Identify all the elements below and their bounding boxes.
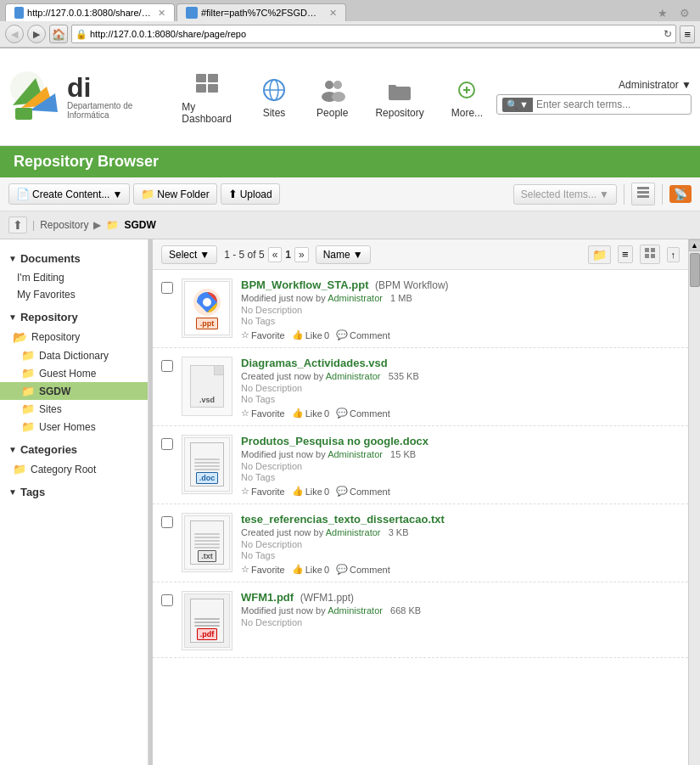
file-4-thumb: .txt bbox=[182, 513, 232, 572]
back-button[interactable]: ◀ bbox=[5, 25, 24, 43]
sidebar-item-guest-home[interactable]: 📁 Guest Home bbox=[0, 364, 148, 382]
file-2-name[interactable]: Diagramas_Actividades.vsd bbox=[241, 357, 388, 369]
vertical-scrollbar[interactable]: ▲ ▼ bbox=[688, 239, 700, 765]
select-btn[interactable]: Select ▼ bbox=[161, 245, 217, 264]
browser-menu[interactable]: ≡ bbox=[680, 25, 695, 43]
nav-sites[interactable]: Sites bbox=[245, 68, 303, 126]
file-list: .ppt BPM_Workflow_STA.ppt (BPM Workflow)… bbox=[153, 270, 688, 658]
file-1-like-btn[interactable]: 👍 Like 0 bbox=[292, 329, 329, 340]
file-3-like-btn[interactable]: 👍 Like 0 bbox=[292, 486, 329, 497]
sidebar-repo-chevron: ▼ bbox=[8, 312, 17, 322]
file-2-ext: .vsd bbox=[199, 396, 215, 404]
file-5-meta: Modified just now by Administrator 668 K… bbox=[241, 605, 680, 616]
file-4-author[interactable]: Administrator bbox=[326, 527, 381, 537]
browser-toolbar: ◀ ▶ 🏠 🔒 ↻ ≡ bbox=[0, 21, 700, 48]
file-5-desc: No Description bbox=[241, 617, 680, 627]
address-input[interactable] bbox=[90, 29, 664, 39]
view-folder-btn[interactable]: 📁 bbox=[588, 245, 611, 264]
sidebar-item-user-homes[interactable]: 📁 User Homes bbox=[0, 418, 148, 436]
file-3-comment-btn[interactable]: 💬 Comment bbox=[336, 486, 390, 497]
file-3-like-icon: 👍 bbox=[292, 486, 304, 497]
tab-1-icon bbox=[14, 7, 24, 19]
sidebar-item-data-dict[interactable]: 📁 Data Dictionary bbox=[0, 346, 148, 364]
sidebar-categories-header[interactable]: ▼ Categories bbox=[0, 439, 148, 460]
breadcrumb-up-btn[interactable]: ⬆ bbox=[8, 217, 27, 233]
new-folder-label: New Folder bbox=[157, 188, 209, 200]
upload-btn[interactable]: ⬆ Upload bbox=[221, 183, 280, 205]
sidebar-documents-header[interactable]: ▼ Documents bbox=[0, 248, 148, 269]
file-4-comment-btn[interactable]: 💬 Comment bbox=[336, 564, 390, 575]
prev-page-btn[interactable]: « bbox=[268, 247, 283, 262]
reload-button[interactable]: ↻ bbox=[664, 28, 672, 40]
sort-btn[interactable]: Name ▼ bbox=[316, 245, 371, 264]
file-3-name[interactable]: Produtos_Pesquisa no google.docx bbox=[241, 435, 428, 447]
admin-menu[interactable]: Administrator ▼ bbox=[619, 79, 692, 91]
scroll-up-btn[interactable]: ▲ bbox=[689, 239, 701, 251]
sidebar-item-repo-root[interactable]: 📂 Repository bbox=[0, 328, 148, 346]
tab-1-close[interactable]: ✕ bbox=[158, 8, 165, 19]
tab-2[interactable]: #filter=path%7C%2FSGDW... ✕ bbox=[176, 3, 346, 21]
file-3-checkbox[interactable] bbox=[161, 438, 173, 450]
file-4-favorite-btn[interactable]: ☆ Favorite bbox=[241, 564, 285, 575]
file-2-like-count: 0 bbox=[324, 408, 329, 419]
home-button[interactable]: 🏠 bbox=[49, 25, 68, 43]
tab-2-close[interactable]: ✕ bbox=[329, 8, 337, 19]
file-2-comment-btn[interactable]: 💬 Comment bbox=[336, 408, 390, 419]
browser-settings[interactable]: ⚙ bbox=[675, 5, 695, 21]
file-3-favorite-btn[interactable]: ☆ Favorite bbox=[241, 486, 285, 497]
file-1-favorite-btn[interactable]: ☆ Favorite bbox=[241, 329, 285, 340]
sidebar-cat-chevron: ▼ bbox=[8, 445, 17, 454]
file-4-checkbox[interactable] bbox=[161, 516, 173, 528]
file-1-author[interactable]: Administrator bbox=[328, 293, 383, 303]
view-table-btn[interactable] bbox=[640, 245, 660, 264]
file-1-comment-btn[interactable]: 💬 Comment bbox=[336, 329, 390, 340]
scroll-thumb[interactable] bbox=[690, 253, 700, 287]
nav-more[interactable]: More... bbox=[438, 68, 496, 126]
file-4-like-label: Like bbox=[305, 565, 322, 575]
file-5-name[interactable]: WFM1.pdf bbox=[241, 591, 294, 604]
file-5-author[interactable]: Administrator bbox=[328, 605, 383, 616]
search-input[interactable] bbox=[533, 97, 686, 112]
sidebar-item-favorites[interactable]: My Favorites bbox=[0, 286, 148, 303]
sort-asc-btn[interactable]: ↑ bbox=[667, 247, 680, 262]
breadcrumb-repo-link[interactable]: Repository bbox=[40, 219, 88, 231]
nav-repository[interactable]: Repository bbox=[361, 68, 437, 126]
create-content-btn[interactable]: 📄 Create Content... ▼ bbox=[8, 183, 130, 205]
file-2-favorite-icon: ☆ bbox=[241, 408, 249, 419]
new-folder-btn[interactable]: 📁 New Folder bbox=[133, 183, 216, 205]
file-2-like-btn[interactable]: 👍 Like 0 bbox=[292, 408, 329, 419]
sidebar-item-editing[interactable]: I'm Editing bbox=[0, 269, 148, 286]
file-1-checkbox[interactable] bbox=[161, 282, 173, 294]
view-list-btn[interactable]: ≡ bbox=[618, 245, 633, 263]
view-simple-btn[interactable] bbox=[631, 183, 655, 205]
bookmark-star[interactable]: ★ bbox=[652, 5, 673, 21]
next-page-btn[interactable]: » bbox=[294, 247, 309, 262]
file-5-checkbox[interactable] bbox=[161, 594, 173, 606]
nav-dashboard[interactable]: My Dashboard bbox=[168, 62, 245, 132]
search-dropdown-btn[interactable]: 🔍 ▼ bbox=[502, 98, 533, 112]
selected-items-arrow: ▼ bbox=[599, 188, 609, 200]
file-4-name[interactable]: tese_referencias_texto_dissertacao.txt bbox=[241, 513, 445, 526]
sidebar-tags-header[interactable]: ▼ Tags bbox=[0, 481, 148, 503]
sidebar-item-sites[interactable]: 📁 Sites bbox=[0, 400, 148, 418]
toolbar-sep-1 bbox=[624, 184, 624, 205]
ppt-logo bbox=[192, 287, 222, 318]
file-1-name[interactable]: BPM_Workflow_STA.ppt bbox=[241, 278, 368, 291]
rss-btn[interactable]: 📡 bbox=[669, 185, 692, 203]
file-1-meta: Modified just now by Administrator 1 MB bbox=[241, 293, 680, 303]
tab-1[interactable]: http://127.0.0.1:8080/share/page/repo ✕ bbox=[5, 3, 175, 21]
sidebar-repo-header[interactable]: ▼ Repository bbox=[0, 307, 148, 328]
selected-items-btn[interactable]: Selected Items... ▼ bbox=[513, 184, 617, 205]
people-icon bbox=[317, 75, 348, 105]
sidebar-item-cat-root[interactable]: 📁 Category Root bbox=[0, 460, 148, 478]
file-2-favorite-btn[interactable]: ☆ Favorite bbox=[241, 408, 285, 419]
file-2-checkbox[interactable] bbox=[161, 360, 173, 372]
sidebar-item-sgdw[interactable]: 📁 SGDW bbox=[0, 382, 148, 400]
file-2-author[interactable]: Administrator bbox=[326, 371, 381, 381]
file-4-desc: No Description bbox=[241, 539, 680, 549]
file-3-author[interactable]: Administrator bbox=[328, 449, 383, 459]
dashboard-icon bbox=[192, 69, 222, 99]
forward-button[interactable]: ▶ bbox=[27, 25, 46, 43]
file-4-like-btn[interactable]: 👍 Like 0 bbox=[292, 564, 329, 575]
nav-people[interactable]: People bbox=[303, 68, 361, 126]
